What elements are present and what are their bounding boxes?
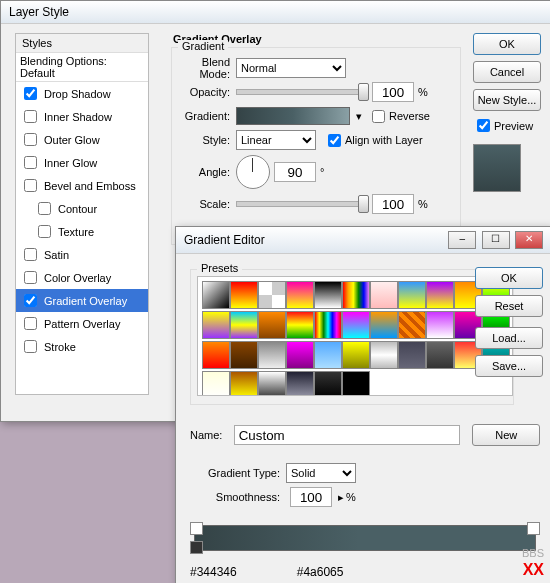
style-item-texture[interactable]: Texture — [16, 220, 148, 243]
preset-swatch-30[interactable] — [426, 341, 454, 369]
style-item-pattern-overlay[interactable]: Pattern Overlay — [16, 312, 148, 335]
style-item-stroke[interactable]: Stroke — [16, 335, 148, 358]
preset-swatch-29[interactable] — [398, 341, 426, 369]
ge-new-button[interactable]: New — [472, 424, 540, 446]
style-checkbox[interactable] — [24, 133, 37, 146]
style-item-bevel-and-emboss[interactable]: Bevel and Emboss — [16, 174, 148, 197]
preset-swatch-33[interactable] — [202, 371, 230, 396]
ok-button[interactable]: OK — [473, 33, 541, 55]
style-item-color-overlay[interactable]: Color Overlay — [16, 266, 148, 289]
style-checkbox[interactable] — [24, 340, 37, 353]
layer-style-buttons: OK Cancel New Style... Preview — [473, 33, 541, 192]
preset-swatch-3[interactable] — [286, 281, 314, 309]
style-checkbox[interactable] — [24, 156, 37, 169]
opacity-slider[interactable] — [236, 89, 368, 95]
close-button[interactable]: ✕ — [515, 231, 543, 249]
preset-swatch-7[interactable] — [398, 281, 426, 309]
preset-swatch-1[interactable] — [230, 281, 258, 309]
cancel-button[interactable]: Cancel — [473, 61, 541, 83]
smoothness-value[interactable] — [290, 487, 332, 507]
watermark-bbs: BBS — [522, 547, 544, 559]
preset-swatch-6[interactable] — [370, 281, 398, 309]
preset-swatch-25[interactable] — [286, 341, 314, 369]
style-item-satin[interactable]: Satin — [16, 243, 148, 266]
style-checkbox[interactable] — [24, 294, 37, 307]
presets-label: Presets — [197, 262, 242, 274]
preset-swatch-12[interactable] — [230, 311, 258, 339]
preset-swatch-27[interactable] — [342, 341, 370, 369]
pct: % — [418, 86, 428, 98]
style-select[interactable]: Linear — [236, 130, 316, 150]
preset-swatch-0[interactable] — [202, 281, 230, 309]
style-item-contour[interactable]: Contour — [16, 197, 148, 220]
blending-options-default[interactable]: Blending Options: Default — [16, 53, 148, 82]
new-style-button[interactable]: New Style... — [473, 89, 541, 111]
ge-save-button[interactable]: Save... — [475, 355, 543, 377]
ge-load-button[interactable]: Load... — [475, 327, 543, 349]
preset-swatch-28[interactable] — [370, 341, 398, 369]
preset-swatch-35[interactable] — [258, 371, 286, 396]
gradient-picker[interactable] — [236, 107, 350, 125]
maximize-button[interactable]: ☐ — [482, 231, 510, 249]
preview-swatch — [473, 144, 521, 192]
preset-swatch-11[interactable] — [202, 311, 230, 339]
style-item-gradient-overlay[interactable]: Gradient Overlay — [16, 289, 148, 312]
preset-swatch-34[interactable] — [230, 371, 258, 396]
styles-header[interactable]: Styles — [16, 34, 148, 53]
style-checkbox[interactable] — [24, 317, 37, 330]
style-item-inner-shadow[interactable]: Inner Shadow — [16, 105, 148, 128]
preset-swatch-37[interactable] — [314, 371, 342, 396]
style-item-inner-glow[interactable]: Inner Glow — [16, 151, 148, 174]
layer-style-title: Layer Style — [1, 1, 550, 24]
style-item-outer-glow[interactable]: Outer Glow — [16, 128, 148, 151]
minimize-button[interactable]: – — [448, 231, 476, 249]
preset-swatch-8[interactable] — [426, 281, 454, 309]
style-checkbox[interactable] — [38, 225, 51, 238]
preset-swatch-24[interactable] — [258, 341, 286, 369]
preset-swatch-23[interactable] — [230, 341, 258, 369]
preset-swatch-5[interactable] — [342, 281, 370, 309]
scale-slider[interactable] — [236, 201, 368, 207]
preset-swatch-17[interactable] — [370, 311, 398, 339]
blend-mode-select[interactable]: Normal — [236, 58, 346, 78]
preset-swatch-16[interactable] — [342, 311, 370, 339]
presets-grid — [197, 276, 513, 396]
angle-label: Angle: — [172, 166, 236, 178]
color-stop-left[interactable] — [190, 541, 203, 554]
angle-dial[interactable] — [236, 155, 270, 189]
preset-swatch-38[interactable] — [342, 371, 370, 396]
ge-reset-button[interactable]: Reset — [475, 295, 543, 317]
blend-mode-label: Blend Mode: — [172, 56, 236, 80]
align-checkbox[interactable] — [328, 134, 341, 147]
style-checkbox[interactable] — [24, 271, 37, 284]
gradient-editor-title: Gradient Editor — [184, 233, 265, 247]
angle-value[interactable] — [274, 162, 316, 182]
preset-swatch-19[interactable] — [426, 311, 454, 339]
opacity-stop-left[interactable] — [190, 522, 203, 535]
preset-swatch-26[interactable] — [314, 341, 342, 369]
preset-swatch-18[interactable] — [398, 311, 426, 339]
opacity-value[interactable] — [372, 82, 414, 102]
gradient-type-select[interactable]: Solid — [286, 463, 356, 483]
name-field[interactable] — [234, 425, 461, 445]
style-checkbox[interactable] — [38, 202, 51, 215]
style-item-drop-shadow[interactable]: Drop Shadow — [16, 82, 148, 105]
opacity-stop-right[interactable] — [527, 522, 540, 535]
preset-swatch-36[interactable] — [286, 371, 314, 396]
style-label: Style: — [172, 134, 236, 146]
preset-swatch-13[interactable] — [258, 311, 286, 339]
gradient-bar[interactable] — [194, 525, 536, 551]
preset-swatch-4[interactable] — [314, 281, 342, 309]
style-checkbox[interactable] — [24, 179, 37, 192]
style-checkbox[interactable] — [24, 87, 37, 100]
preset-swatch-15[interactable] — [314, 311, 342, 339]
preset-swatch-22[interactable] — [202, 341, 230, 369]
preset-swatch-14[interactable] — [286, 311, 314, 339]
style-checkbox[interactable] — [24, 110, 37, 123]
scale-value[interactable] — [372, 194, 414, 214]
ge-ok-button[interactable]: OK — [475, 267, 543, 289]
style-checkbox[interactable] — [24, 248, 37, 261]
preset-swatch-2[interactable] — [258, 281, 286, 309]
preview-checkbox[interactable] — [477, 119, 490, 132]
reverse-checkbox[interactable] — [372, 110, 385, 123]
